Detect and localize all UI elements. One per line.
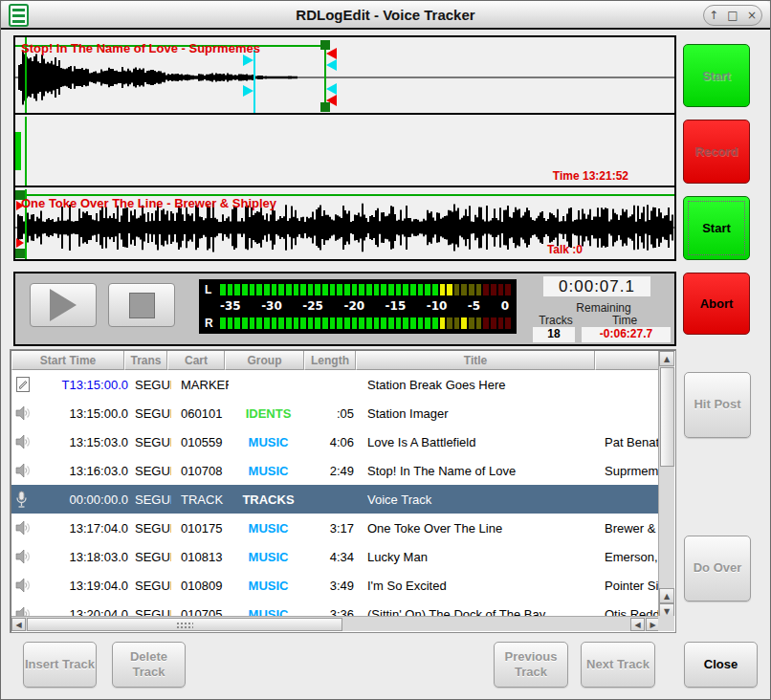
maximize-icon[interactable]: □	[723, 6, 742, 25]
cell-trans: SEGUE	[128, 550, 171, 564]
delete-track-button[interactable]: Delete Track	[112, 642, 186, 688]
table-row[interactable]: 00:00:00.0SEGUETRACKTRACKSVoice Track	[11, 485, 660, 514]
start-marker-bottom[interactable]	[16, 238, 24, 248]
cell-trans: SEGUE	[128, 521, 171, 536]
cell-cart: TRACK	[171, 492, 229, 507]
table-row[interactable]: 13:17:04.0SEGUE010175MUSIC3:17One Toke O…	[11, 514, 660, 542]
talk-label: Talk :0	[547, 243, 583, 256]
fade-handle-bottom[interactable]	[243, 85, 253, 97]
do-over-button[interactable]: Do Over	[684, 536, 751, 602]
waveform-panel-previous-track[interactable]: Stop! In The Name of Love - Suprmemes	[15, 37, 674, 115]
cell-cart: 010708	[171, 464, 229, 478]
time-remaining-label: Time	[602, 314, 648, 327]
scale-tick: -10	[427, 299, 448, 313]
cell-cart: 010813	[171, 550, 229, 564]
table-row[interactable]: 13:18:03.0SEGUE010813MUSIC4:34Lucky ManE…	[11, 542, 660, 571]
cell-length: 3:49	[308, 579, 360, 593]
vertical-scrollbar[interactable]: ▲ ▲ ▼	[658, 351, 674, 619]
table-row[interactable]: 13:19:04.0SEGUE010809MUSIC3:49I'm So Exc…	[11, 571, 660, 600]
record-button[interactable]: Record	[683, 120, 750, 184]
start-handle-top[interactable]	[15, 190, 25, 200]
close-button[interactable]: Close	[684, 642, 758, 688]
table-row[interactable]: 13:15:00.0SEGUE060101IDENTS:05Station Im…	[11, 399, 660, 427]
cell-group: MUSIC	[229, 550, 308, 564]
column-cart[interactable]: Cart	[167, 351, 225, 370]
insert-track-button[interactable]: Insert Track	[23, 642, 97, 688]
column-start-time[interactable]: Start Time	[11, 351, 124, 370]
scale-tick: 0	[501, 299, 509, 313]
cell-title: Stop! In The Name of Love	[360, 464, 599, 478]
time-label: Time 13:21:52	[553, 169, 628, 183]
start-handle-bottom[interactable]	[15, 249, 25, 258]
previous-track-button[interactable]: Previous Track	[494, 642, 568, 688]
column-trans[interactable]: Trans	[124, 351, 167, 370]
scale-tick: -5	[468, 299, 480, 313]
column-group[interactable]: Group	[225, 351, 304, 370]
abort-button[interactable]: Abort	[683, 273, 750, 335]
cell-start-time: 13:15:00.0	[42, 406, 128, 421]
cell-group: MUSIC	[229, 521, 308, 536]
shade-icon[interactable]: ↑	[704, 6, 723, 25]
cell-artist: Suprmemes	[599, 464, 658, 478]
end-marker-top[interactable]	[326, 48, 337, 59]
horizontal-scroll-thumb[interactable]	[27, 618, 342, 631]
title-bar[interactable]: RDLogEdit - Voice Tracker ↑ □ ×	[1, 1, 770, 30]
meter-scale: -35-30-25-20-15-10-50	[220, 297, 509, 315]
scroll-left2-icon[interactable]: ◀	[630, 618, 645, 631]
column-title[interactable]: Title	[356, 351, 595, 370]
left-channel-label: L	[205, 283, 220, 296]
window-title: RDLogEdit - Voice Tracker	[1, 1, 770, 28]
horizontal-scrollbar[interactable]: ◀ ◀ ▶	[11, 616, 660, 631]
previous-track-title: Stop! In The Name of Love - Suprmemes	[21, 41, 260, 55]
speaker-icon	[15, 405, 42, 421]
start-previous-button[interactable]: Start	[683, 44, 750, 107]
cell-artist: Emerson, Lake & Palmer	[599, 550, 658, 564]
play-button[interactable]	[30, 283, 97, 327]
table-row[interactable]: T13:15:00.0SEGUEMARKERStation Break Goes…	[11, 370, 660, 399]
column-artist[interactable]	[595, 351, 660, 370]
cell-cart: MARKER	[171, 378, 229, 392]
stop-button[interactable]	[108, 283, 175, 327]
table-row[interactable]: 13:16:03.0SEGUE010708MUSIC2:49Stop! In T…	[11, 456, 660, 485]
waveform-panel-voicetrack[interactable]: Time 13:21:52	[15, 117, 674, 187]
cell-cart: 010175	[171, 521, 229, 536]
scroll-up-icon[interactable]: ▲	[659, 351, 674, 366]
scroll-up2-icon[interactable]: ▲	[659, 588, 674, 603]
cell-trans: SEGUE	[128, 378, 171, 392]
remaining-label: Remaining	[537, 301, 671, 315]
start-marker-top[interactable]	[16, 201, 24, 210]
start-next-button[interactable]: Start	[683, 196, 750, 260]
end-marker-bottom[interactable]	[326, 95, 337, 106]
cell-artist: Pat Benatar	[599, 435, 658, 449]
cell-cart: 060101	[171, 406, 229, 421]
play-icon	[50, 289, 77, 321]
fade-handle-top[interactable]	[243, 55, 253, 66]
scroll-left-icon[interactable]: ◀	[11, 618, 26, 631]
speaker-icon	[15, 434, 42, 449]
meter-left-segments	[220, 284, 511, 295]
vertical-scroll-thumb[interactable]	[660, 367, 674, 467]
waveform-panel-next-track[interactable]: One Toke Over The Line - Brewer & Shiple…	[15, 189, 674, 259]
next-track-button[interactable]: Next Track	[581, 642, 655, 688]
cell-trans: SEGUE	[128, 435, 171, 449]
cell-title: Love Is A Battlefield	[360, 435, 599, 449]
elapsed-timer: 0:00:07.1	[543, 276, 650, 296]
table-row[interactable]: 13:15:03.0SEGUE010559MUSIC4:06Love Is A …	[11, 427, 660, 456]
fade-marker-bottom[interactable]	[326, 83, 337, 95]
hit-post-button[interactable]: Hit Post	[684, 372, 751, 438]
speaker-icon	[15, 578, 42, 593]
speaker-icon	[15, 520, 42, 536]
cell-trans: SEGUE	[128, 406, 171, 421]
column-length[interactable]: Length	[304, 351, 356, 370]
cell-trans: SEGUE	[128, 464, 171, 478]
cell-start-time: 13:15:03.0	[42, 435, 128, 449]
cell-length: :05	[308, 406, 360, 421]
fade-marker-top[interactable]	[326, 59, 337, 71]
waveform-deck: Stop! In The Name of Love - Suprmemes Ti…	[13, 35, 676, 261]
cell-start-time: 13:19:04.0	[42, 579, 128, 593]
cell-title: Station Imager	[360, 406, 599, 421]
log-table-header: Start Time Trans Cart Group Length Title	[11, 351, 660, 370]
scroll-grip	[176, 622, 193, 629]
close-icon[interactable]: ×	[742, 6, 761, 25]
cell-start-time: 00:00:00.0	[42, 492, 128, 507]
